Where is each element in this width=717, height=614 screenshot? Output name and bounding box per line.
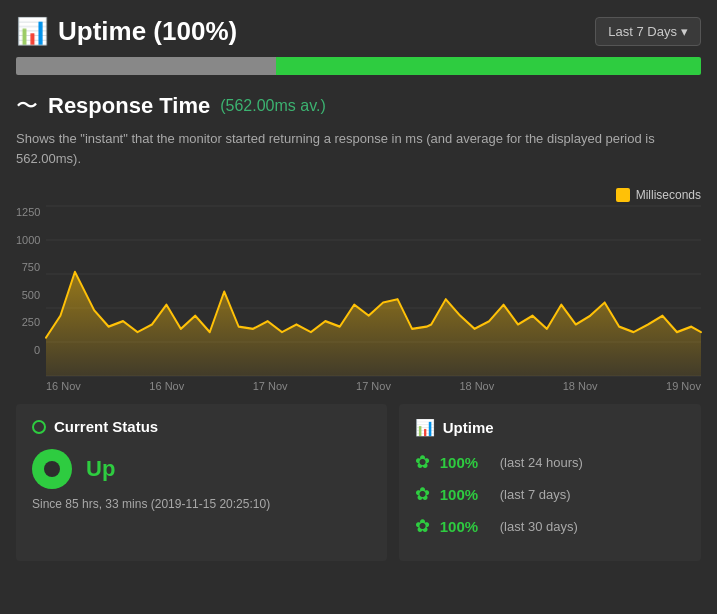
uptime-bar-online <box>276 57 701 75</box>
zigzag-icon: 〜 <box>16 91 38 121</box>
uptime-24h-pct: 100% <box>440 454 490 471</box>
uptime-24h-label: (last 24 hours) <box>500 455 583 470</box>
bar-icon: 📊 <box>415 418 435 437</box>
x-label: 18 Nov <box>459 380 494 392</box>
green-star-icon: ✿ <box>415 451 430 473</box>
up-indicator: Up <box>32 449 371 489</box>
response-time-title: Response Time <box>48 93 210 119</box>
uptime-row-30d: ✿ 100% (last 30 days) <box>415 515 685 537</box>
legend-label: Milliseconds <box>636 188 701 202</box>
up-circle-inner <box>44 461 60 477</box>
y-label: 1250 <box>16 206 40 218</box>
y-axis: 1250 1000 750 500 250 0 <box>16 206 44 356</box>
green-star-icon: ✿ <box>415 483 430 505</box>
y-label: 250 <box>16 316 40 328</box>
response-time-avg: (562.00ms av.) <box>220 97 326 115</box>
time-filter-label: Last 7 Days <box>608 24 677 39</box>
y-label: 0 <box>16 344 40 356</box>
chart-area: 1250 1000 750 500 250 0 <box>16 206 701 376</box>
current-status-panel: Current Status Up Since 85 hrs, 33 mins … <box>16 404 387 561</box>
response-time-header: 〜 Response Time (562.00ms av.) <box>16 91 701 121</box>
uptime-row-7d: ✿ 100% (last 7 days) <box>415 483 685 505</box>
x-axis: 16 Nov 16 Nov 17 Nov 17 Nov 18 Nov 18 No… <box>16 376 701 392</box>
chevron-down-icon: ▾ <box>681 24 688 39</box>
uptime-panel: 📊 Uptime ✿ 100% (last 24 hours) ✿ 100% (… <box>399 404 701 561</box>
since-text: Since 85 hrs, 33 mins (2019-11-15 20:25:… <box>32 497 371 511</box>
uptime-row-24h: ✿ 100% (last 24 hours) <box>415 451 685 473</box>
y-label: 1000 <box>16 234 40 246</box>
current-status-label: Current Status <box>54 418 158 435</box>
uptime-30d-label: (last 30 days) <box>500 519 578 534</box>
uptime-label: Uptime <box>443 419 494 436</box>
svg-marker-6 <box>46 272 701 376</box>
header-left: 📊 Uptime (100%) <box>16 16 237 47</box>
up-circle-icon <box>32 449 72 489</box>
current-status-title: Current Status <box>32 418 371 435</box>
page-title: Uptime (100%) <box>58 16 237 47</box>
up-status-text: Up <box>86 456 115 482</box>
uptime-panel-title: 📊 Uptime <box>415 418 685 437</box>
status-dot-icon <box>32 420 46 434</box>
chart-legend: Milliseconds <box>16 188 701 202</box>
x-label: 17 Nov <box>356 380 391 392</box>
x-label: 16 Nov <box>46 380 81 392</box>
time-filter-button[interactable]: Last 7 Days ▾ <box>595 17 701 46</box>
uptime-30d-pct: 100% <box>440 518 490 535</box>
uptime-bar-offline <box>16 57 276 75</box>
y-label: 500 <box>16 289 40 301</box>
header: 📊 Uptime (100%) Last 7 Days ▾ <box>0 0 717 57</box>
bar-chart-icon: 📊 <box>16 16 48 47</box>
response-time-section: 〜 Response Time (562.00ms av.) Shows the… <box>0 75 717 188</box>
legend-color-swatch <box>616 188 630 202</box>
uptime-progress-bar <box>16 57 701 75</box>
x-label: 19 Nov <box>666 380 701 392</box>
response-time-chart-container: Milliseconds 1250 1000 750 500 250 0 <box>16 188 701 392</box>
uptime-7d-pct: 100% <box>440 486 490 503</box>
uptime-7d-label: (last 7 days) <box>500 487 571 502</box>
bottom-panels: Current Status Up Since 85 hrs, 33 mins … <box>16 404 701 561</box>
x-label: 18 Nov <box>563 380 598 392</box>
response-time-description: Shows the "instant" that the monitor sta… <box>16 129 701 168</box>
y-label: 750 <box>16 261 40 273</box>
chart-svg <box>46 206 701 376</box>
x-label: 16 Nov <box>149 380 184 392</box>
x-label: 17 Nov <box>253 380 288 392</box>
green-star-icon: ✿ <box>415 515 430 537</box>
